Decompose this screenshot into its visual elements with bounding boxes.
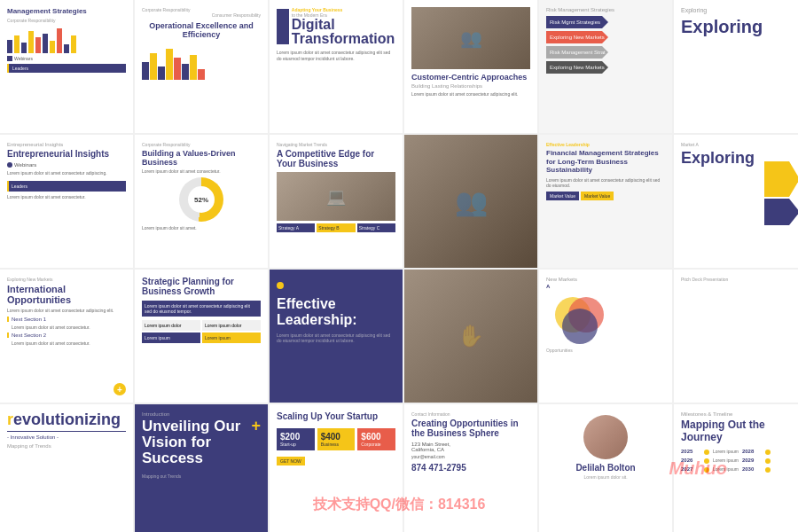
unveil-title: Unveiling Our Vision for Success — [142, 419, 248, 466]
values-corp-label: Corporate Responsibility — [142, 142, 261, 147]
slide-exploring-big: Market A Exploring — [674, 135, 798, 268]
fin-body: Lorem ipsum dolor sit amet consectetur a… — [546, 177, 665, 188]
leadership-photo: 👥 — [404, 135, 537, 268]
price-label-startup: Start-up — [280, 442, 311, 447]
slide-leadership-photo-1: 👥 — [404, 135, 537, 268]
slide-financial-mgmt-sidebar: Effective Leadership Financial Managemen… — [539, 135, 672, 268]
legend-item — [7, 56, 12, 61]
intl-sections: Next Section 1 Lorem ipsum dolor sit ame… — [7, 317, 126, 346]
slide-2-chart — [142, 44, 261, 80]
intl-label: Exploring New Markets — [7, 277, 126, 282]
revolv-mapping: Mapping of Trends — [7, 443, 126, 449]
donut-chart — [179, 177, 223, 222]
intl-title: International Opportunities — [7, 284, 126, 305]
slide-competitive-edge: Navigating Market Trends A Competitive E… — [270, 135, 403, 268]
create-phone: 874 471-2795 — [411, 463, 530, 473]
slide-management-strategies: Management Strategies Corporate Responsi… — [0, 0, 133, 133]
values-body: Lorem ipsum dolor sit amet consectetur. — [142, 168, 261, 174]
year-2027-text: Lorem ipsum — [713, 466, 739, 473]
intl-section-1-text: Lorem ipsum dolor sit amet consectetur. — [7, 325, 126, 330]
year-2025-text: Lorem ipsum — [713, 449, 739, 455]
slide-3-accent-bar — [277, 9, 289, 44]
comp-card-3: Strategy C — [357, 223, 395, 232]
arrow-item-2: Exploring New Markets — [546, 31, 665, 43]
bar — [35, 37, 41, 53]
year-2029: 2029 — [742, 458, 762, 464]
fin-metric-2: Market Value — [581, 192, 614, 200]
slide-strategic-planning: Strategic Planning for Business Growth L… — [135, 270, 268, 403]
timeline-row-2: 2026 Lorem ipsum 2029 — [681, 458, 798, 464]
create-address: 123 Main Street,California, CA — [411, 442, 530, 452]
scale-cta[interactable]: GET NOW — [277, 457, 305, 466]
avatar-delilah — [583, 415, 628, 459]
year-2025: 2025 — [681, 449, 700, 455]
timeline-dot — [704, 458, 709, 464]
slide-6-blank: Exploring Exploring — [674, 0, 798, 133]
chart-bar — [142, 62, 149, 80]
slide-person-delilah-1: Delilah Bolton Lorem ipsum dolor sit. — [539, 404, 672, 532]
slide-unveiling-vision: Introduction Unveiling Our Vision for Su… — [135, 404, 268, 532]
slide-1-title: Management Strategies — [7, 7, 126, 16]
ent-title: Entrepreneurial Insights — [7, 149, 126, 159]
unveil-title-row: Unveiling Our Vision for Success + — [142, 419, 261, 466]
year-2028: 2028 — [742, 449, 762, 455]
slide-operational-excellence: Corporate Responsibility Consumer Respon… — [135, 0, 268, 133]
slide-1-leaders-badge: Leaders — [7, 64, 126, 73]
ent-label: Entrepreneurial Insights — [7, 142, 126, 147]
fin-label: Effective Leadership — [546, 142, 665, 147]
slide-5-label: Risk Management Strategies — [546, 7, 665, 12]
slide-3-title: Digital Transformation — [292, 18, 395, 46]
hands-icon: ✋ — [458, 324, 484, 348]
bar — [71, 35, 76, 53]
fin-title: Financial Management Strategies for Long… — [546, 149, 665, 175]
create-email: your@email.com — [411, 454, 530, 459]
unveil-bottom: Mapping out Trends — [142, 473, 261, 479]
chart-bar — [198, 69, 205, 80]
fin-metric-1: Market Value — [546, 192, 579, 200]
strat-card-3: Lorem ipsum — [142, 332, 200, 343]
arrow-item-3: Risk Management Strat — [546, 46, 665, 59]
timeline-dot — [765, 458, 771, 464]
explore-label: Market A — [681, 142, 798, 147]
eff-title: Effective Leadership: — [277, 296, 395, 327]
arrow-shape-coral: Exploring New Markets — [546, 31, 608, 43]
chart-bar — [166, 49, 173, 80]
strat-cards: Lorem ipsum dolor Lorem ipsum dolor — [142, 320, 261, 331]
strat-text-block: Lorem ipsum dolor sit amet consectetur a… — [142, 301, 261, 317]
price-label-business: Business — [321, 442, 352, 447]
comp-title: A Competitive Edge for Your Business — [277, 149, 395, 168]
bar — [28, 31, 34, 53]
revolv-sub: - Innovative Solution - — [7, 431, 126, 440]
delilah-sub: Lorem ipsum dolor sit. — [546, 474, 665, 480]
chart-bar — [182, 64, 189, 80]
legend-label: Webinars — [14, 56, 33, 61]
slide-2-corp-label2: Consumer Responsibility — [142, 12, 261, 18]
bar — [14, 35, 20, 53]
bar — [64, 44, 69, 53]
ent-webinars-label: Webinars — [14, 162, 36, 168]
comp-card-2: Strategy B — [317, 223, 355, 232]
slide-1-legend: Webinars — [7, 56, 126, 61]
explore-arrow-navy — [764, 199, 798, 225]
arrow-shape-navy: Risk Mgmt Strategies — [546, 16, 608, 28]
timeline-dot — [704, 450, 709, 455]
venn-opportunities: Opportunities — [546, 348, 665, 353]
fin-metric-row: Market Value Market Value — [546, 192, 665, 200]
scale-pricing: $200 Start-up $400 Business $600 Corpora… — [277, 428, 395, 450]
slide-new-markets-venn: New Markets A Opportunities — [539, 270, 672, 403]
strat-cards-2: Lorem ipsum Lorem ipsum — [142, 332, 261, 343]
people-icon: 👥 — [455, 186, 488, 217]
slide-digital-transformation: Adapting Your Business to the Modern Era… — [270, 0, 403, 133]
slide-creating-opportunities: Contact Information Creating Opportuniti… — [404, 404, 537, 532]
slide-mapping-out-journey: Milestones & Timeline Mapping Out the Jo… — [674, 404, 798, 532]
strat-card-2: Lorem ipsum dolor — [202, 320, 261, 331]
slide-6-label: Exploring — [681, 7, 798, 13]
comp-card-1: Strategy A — [277, 223, 315, 232]
slide-4-title: Customer-Centric Approaches — [411, 73, 530, 82]
slide-entrepreneurial-insights: Entrepreneurial Insights Entrepreneurial… — [0, 135, 133, 268]
bar — [21, 43, 27, 53]
slide-4-body: Lorem ipsum dolor sit amet consectetur a… — [411, 91, 530, 98]
price-label-corporate: Corporate — [361, 442, 392, 447]
strat-card-1: Lorem ipsum dolor — [142, 320, 200, 331]
slide-values-driven: Corporate Responsibility Building a Valu… — [135, 135, 268, 268]
